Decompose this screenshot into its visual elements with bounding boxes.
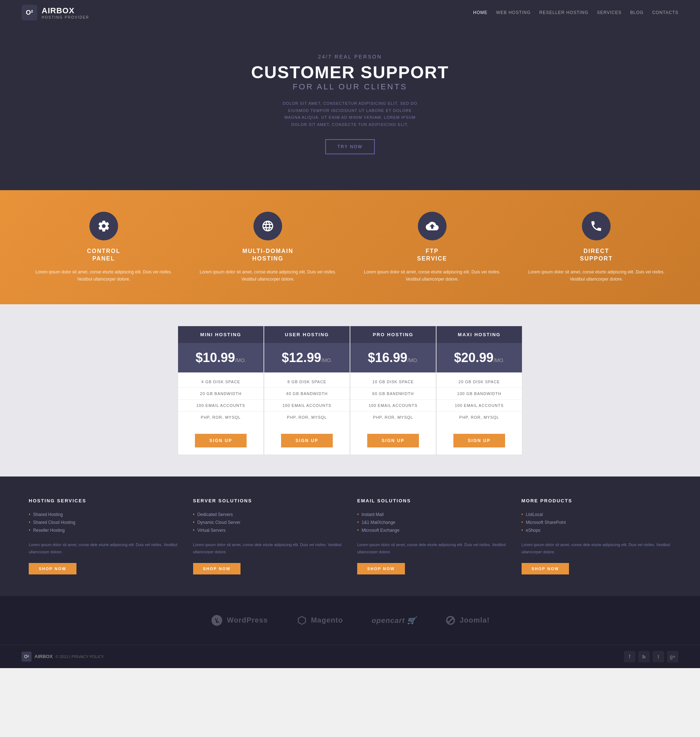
plan-feature: 20 GB DISK SPACE — [437, 376, 522, 388]
plan-mini-price: $10.99/MO. — [178, 343, 263, 373]
plan-mini-features: 4 GB DISK SPACE 20 GB BANDWIDTH 100 EMAI… — [178, 373, 263, 427]
footer-more-title: MORE PRODUCTS — [522, 498, 672, 504]
control-panel-desc: Lorem ipsum dolor sit amet, conse eturte… — [29, 269, 179, 283]
partner-wordpress: WordPress — [210, 614, 268, 627]
list-item: eShops — [522, 526, 672, 534]
plan-feature: 8 GB DISK SPACE — [264, 376, 350, 388]
nav-web-hosting[interactable]: WEB HOSTING — [496, 10, 531, 15]
plan-maxi-signup-button[interactable]: SIGN UP — [453, 434, 505, 448]
plan-user-signup-button[interactable]: SIGN UP — [281, 434, 332, 448]
footer-server-solutions: SERVER SOLUTIONS Dedicated Servers Dynam… — [193, 498, 343, 574]
plan-pro-amount: $16.99 — [368, 350, 407, 365]
rss-icon[interactable] — [638, 651, 650, 662]
footer-hosting-list: Shared Hosting Shared Cloud Hosting Rese… — [29, 511, 179, 534]
support-title: DIRECTSUPPORT — [522, 248, 672, 263]
logo-icon: O² — [22, 5, 37, 21]
ftp-desc: Lorem ipsum dolor sit amet, conse eturte… — [357, 269, 507, 283]
plan-feature: PHP, ROR, MYSQL — [350, 411, 436, 423]
plan-user-cta: SIGN UP — [264, 427, 350, 455]
footer-server-title: SERVER SOLUTIONS — [193, 498, 343, 504]
list-item: 1&1 MailXchange — [357, 518, 507, 526]
footer-more-desc: Lorem ipsum dolor sit amet, conse dele e… — [522, 542, 672, 556]
plan-mini-period: /MO. — [235, 357, 246, 363]
footer-server-list: Dedicated Servers Dynamic Cloud Server V… — [193, 511, 343, 534]
nav-blog[interactable]: BLOG — [630, 10, 644, 15]
plan-feature: PHP, ROR, MYSQL — [178, 411, 263, 423]
site-header: O² AIRBOX HOSTING PROVIDER HOME WEB HOST… — [0, 0, 700, 25]
twitter-icon[interactable]: t — [653, 651, 664, 662]
support-desc: Lorem ipsum dolor sit amet, conse eturte… — [522, 269, 672, 283]
list-item: Dynamic Cloud Server — [193, 518, 343, 526]
list-item: Shared Hosting — [29, 511, 179, 518]
ftp-title: FTPSERVICE — [357, 248, 507, 263]
brand-tagline: HOSTING PROVIDER — [42, 15, 90, 19]
hero-cta-button[interactable]: TRY NOW — [325, 139, 375, 154]
footer-email-title: EMAIL SOLUTIONS — [357, 498, 507, 504]
facebook-icon[interactable]: f — [624, 651, 635, 662]
feature-support: DIRECTSUPPORT Lorem ipsum dolor sit amet… — [515, 212, 679, 283]
partner-opencart-label: opencart 🛒 — [372, 616, 416, 625]
plan-maxi-features: 20 GB DISK SPACE 100 GB BANDWIDTH 100 EM… — [437, 373, 522, 427]
plan-user-features: 8 GB DISK SPACE 40 GB BANDWIDTH 100 EMAI… — [264, 373, 350, 427]
bottom-logo-icon: O² — [22, 652, 32, 662]
plan-feature: 10 GB DISK SPACE — [350, 376, 436, 388]
partner-wordpress-label: WordPress — [227, 616, 268, 624]
footer-email-shop-button[interactable]: SHOP NOW — [357, 563, 405, 574]
nav-contacts[interactable]: CONTACTS — [652, 10, 678, 15]
footer-email-solutions: EMAIL SOLUTIONS Instant Mail 1&1 MailXch… — [357, 498, 507, 574]
multi-domain-desc: Lorem ipsum dolor sit amet, conse eturte… — [193, 269, 343, 283]
plan-pro: PRO HOSTING $16.99/MO. 10 GB DISK SPACE … — [350, 326, 436, 455]
partner-joomla: Joomla! — [445, 615, 490, 626]
plan-user-name: USER HOSTING — [264, 326, 350, 343]
plan-feature: 4 GB DISK SPACE — [178, 376, 263, 388]
bottom-copyright: © 2013 | PRIVACY POLICY — [56, 655, 104, 659]
brand-name: AIRBOX — [42, 6, 90, 15]
plan-pro-price: $16.99/MO. — [350, 343, 436, 373]
footer-more-shop-button[interactable]: SHOP NOW — [522, 563, 569, 574]
control-panel-icon — [90, 212, 118, 241]
plan-maxi-amount: $20.99 — [454, 350, 494, 365]
hero-title: CUSTOMER SUPPORT — [7, 63, 693, 82]
plan-mini-signup-button[interactable]: SIGN UP — [195, 434, 246, 448]
partner-magento: Magento — [297, 615, 343, 626]
plan-feature: 100 GB BANDWIDTH — [437, 388, 522, 400]
features-section: CONTROLPANEL Lorem ipsum dolor sit amet,… — [0, 190, 700, 304]
multi-domain-icon — [253, 212, 282, 241]
plan-maxi: MAXI HOSTING $20.99/MO. 20 GB DISK SPACE… — [436, 326, 522, 455]
plan-user: USER HOSTING $12.99/MO. 8 GB DISK SPACE … — [264, 326, 350, 455]
footer-hosting-shop-button[interactable]: SHOP NOW — [29, 563, 76, 574]
plan-feature: 20 GB BANDWIDTH — [178, 388, 263, 400]
footer-services-section: HOSTING SERVICES Shared Hosting Shared C… — [0, 477, 700, 596]
plan-pro-period: /MO. — [407, 357, 418, 363]
hero-description: DOLOR SIT AMET, CONSECTETUR ADIPISICING … — [282, 100, 418, 128]
plan-mini-amount: $10.99 — [196, 350, 235, 365]
nav-services[interactable]: SERVICES — [597, 10, 621, 15]
partner-joomla-label: Joomla! — [459, 616, 490, 624]
hero-subtitle: 24/7 REAL PERSON — [7, 54, 693, 60]
plan-pro-signup-button[interactable]: SIGN UP — [367, 434, 419, 448]
list-item: Reseller Hosting — [29, 526, 179, 534]
bottom-brand-name: AIRBOX — [34, 654, 53, 659]
plan-feature: 40 GB BANDWIDTH — [264, 388, 350, 400]
control-panel-title: CONTROLPANEL — [29, 248, 179, 263]
list-item: Instant Mail — [357, 511, 507, 518]
hero-title2: FOR ALL OUR CLIENTS — [7, 82, 693, 91]
footer-server-shop-button[interactable]: SHOP NOW — [193, 563, 241, 574]
nav-reseller-hosting[interactable]: RESELLER HOSTING — [539, 10, 588, 15]
partner-opencart: opencart 🛒 — [372, 616, 416, 625]
plan-user-period: /MO. — [321, 357, 332, 363]
feature-multi-domain: MULTI-DOMAINHOSTING Lorem ipsum dolor si… — [186, 212, 350, 283]
partner-magento-label: Magento — [311, 616, 343, 624]
nav-home[interactable]: HOME — [473, 10, 487, 15]
bottom-brand: O² AIRBOX © 2013 | PRIVACY POLICY — [22, 652, 104, 662]
google-plus-icon[interactable]: g+ — [667, 651, 678, 662]
plan-maxi-name: MAXI HOSTING — [437, 326, 522, 343]
footer-hosting-desc: Lorem ipsum dolor sit amet, conse dele e… — [29, 542, 179, 556]
plan-feature: 100 EMAIL ACCOUNTS — [178, 400, 263, 411]
footer-email-desc: Lorem ipsum dolor sit amet, conse dele e… — [357, 542, 507, 556]
footer-server-desc: Lorem ipsum dolor sit amet, conse dele e… — [193, 542, 343, 556]
footer-email-list: Instant Mail 1&1 MailXchange Microsoft E… — [357, 511, 507, 534]
plan-feature: 100 EMAIL ACCOUNTS — [350, 400, 436, 411]
plan-feature: PHP, ROR, MYSQL — [264, 411, 350, 423]
main-nav: HOME WEB HOSTING RESELLER HOSTING SERVIC… — [473, 10, 678, 15]
